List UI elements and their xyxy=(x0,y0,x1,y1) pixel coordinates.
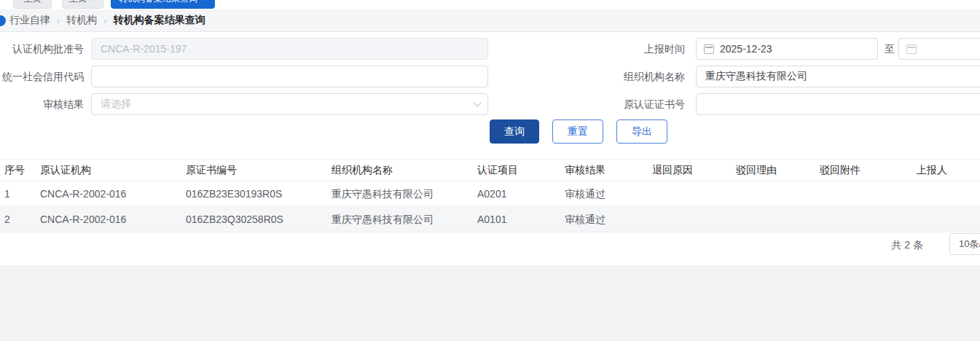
breadcrumb-item-transfer-org[interactable]: 转机构 xyxy=(66,14,97,27)
pagination: 共 2 条 10条/页 xyxy=(0,232,980,266)
breadcrumb-separator: › xyxy=(57,15,60,26)
report-time-label: 上报时间 xyxy=(603,38,685,60)
results-table: 序号 原认证机构 原证书编号 组织机构名称 认证项目 审核结果 退回原因 驳回理… xyxy=(0,159,980,232)
cell-reject-attach xyxy=(820,207,903,232)
tab-bar: 主页 主页 × 转机构备案结果查询 × xyxy=(0,0,980,9)
page-size-select[interactable]: 10条/页 xyxy=(949,233,980,255)
cell-audit: 审核通过 xyxy=(565,207,652,232)
tab-label: 转机构备案结果查询 xyxy=(119,0,197,5)
audit-result-select[interactable]: 请选择 xyxy=(91,93,488,115)
breadcrumb-item-industry[interactable]: 行业自律 xyxy=(9,14,50,27)
cell-audit: 审核通过 xyxy=(565,181,652,206)
chevron-down-icon xyxy=(473,98,481,106)
cell-seq: 1 xyxy=(4,181,40,206)
tab-label: 主页 xyxy=(24,0,42,5)
close-icon[interactable]: × xyxy=(91,0,96,3)
table-row[interactable]: 1 CNCA-R-2002-016 016ZB23E30193R0S 重庆守愚科… xyxy=(0,181,980,207)
col-org-name: 组织机构名称 xyxy=(332,160,477,181)
cell-cert-item: A0201 xyxy=(477,181,565,206)
col-seq: 序号 xyxy=(4,160,40,181)
org-name-field[interactable] xyxy=(696,66,980,87)
cell-return-reason xyxy=(652,207,736,232)
query-form: 认证机构批准号 统一社会信用代码 审核结果 请选择 上报时间 2025-12-2… xyxy=(0,32,980,159)
orig-cert-no-label: 原认证证书号 xyxy=(603,93,685,115)
cell-reject-reason xyxy=(736,181,820,206)
col-orig-cert: 原证书编号 xyxy=(186,160,332,181)
col-return-reason: 退回原因 xyxy=(652,160,736,181)
col-audit: 审核结果 xyxy=(565,160,652,181)
report-time-start-picker[interactable]: 2025-12-23 xyxy=(696,38,878,60)
cell-seq: 2 xyxy=(4,207,40,232)
query-button[interactable]: 查询 xyxy=(490,119,539,144)
tab-home-2[interactable]: 主页 × xyxy=(62,0,103,9)
orig-cert-no-field[interactable] xyxy=(696,93,980,115)
page-background xyxy=(0,265,980,341)
cell-reporter xyxy=(903,207,980,232)
cell-reject-attach xyxy=(820,181,903,206)
audit-result-label: 审核结果 xyxy=(0,93,84,115)
breadcrumb: 行业自律 › 转机构 › 转机构备案结果查询 xyxy=(0,9,980,32)
date-range-to-label: 至 xyxy=(881,38,898,60)
cell-orig-cert: 016ZB23Q30258R0S xyxy=(186,207,332,232)
reset-button[interactable]: 重置 xyxy=(552,119,603,144)
cell-return-reason xyxy=(652,181,736,206)
cell-org-name: 重庆守愚科技有限公司 xyxy=(332,207,477,232)
cell-orig-cert: 016ZB23E30193R0S xyxy=(186,181,332,206)
tab-transfer-record-query[interactable]: 转机构备案结果查询 × xyxy=(111,0,215,9)
report-time-end-picker[interactable] xyxy=(898,38,980,60)
cell-cert-item: A0101 xyxy=(477,207,565,232)
credit-code-field[interactable] xyxy=(91,66,488,87)
org-name-label: 组织机构名称 xyxy=(603,66,685,87)
cell-reporter xyxy=(903,181,980,206)
breadcrumb-separator: › xyxy=(103,15,106,26)
table-row[interactable]: 2 CNCA-R-2002-016 016ZB23Q30258R0S 重庆守愚科… xyxy=(0,207,980,232)
cell-org-name: 重庆守愚科技有限公司 xyxy=(332,181,477,206)
breadcrumb-item-current: 转机构备案结果查询 xyxy=(114,14,205,27)
report-time-start-value: 2025-12-23 xyxy=(720,43,772,55)
col-reporter: 上报人 xyxy=(903,160,980,181)
col-reject-attach: 驳回附件 xyxy=(820,160,903,181)
calendar-icon xyxy=(704,44,714,54)
cell-orig-body: CNCA-R-2002-016 xyxy=(40,181,186,206)
tab-home[interactable]: 主页 xyxy=(13,0,52,9)
calendar-icon xyxy=(906,44,917,54)
cell-reject-reason xyxy=(736,207,820,232)
credit-code-label: 统一社会信用代码 xyxy=(0,66,84,87)
col-cert-item: 认证项目 xyxy=(477,160,565,181)
table-body: 1 CNCA-R-2002-016 016ZB23E30193R0S 重庆守愚科… xyxy=(0,181,980,232)
tab-label: 主页 xyxy=(69,0,87,5)
export-button[interactable]: 导出 xyxy=(616,119,667,144)
cell-orig-body: CNCA-R-2002-016 xyxy=(40,207,186,232)
col-orig-body: 原认证机构 xyxy=(40,160,186,181)
approval-no-field xyxy=(91,38,488,60)
col-reject-reason: 驳回理由 xyxy=(736,160,820,181)
table-header: 序号 原认证机构 原证书编号 组织机构名称 认证项目 审核结果 退回原因 驳回理… xyxy=(0,160,980,181)
form-actions: 查询 重置 导出 xyxy=(490,119,667,144)
page: 主页 主页 × 转机构备案结果查询 × 行业自律 › 转机构 › 转机构备案结果… xyxy=(0,0,980,341)
close-icon[interactable]: × xyxy=(202,0,207,3)
select-placeholder: 请选择 xyxy=(101,98,473,111)
pagination-total: 共 2 条 xyxy=(891,239,923,252)
location-icon xyxy=(0,15,6,26)
approval-no-label: 认证机构批准号 xyxy=(0,38,84,60)
